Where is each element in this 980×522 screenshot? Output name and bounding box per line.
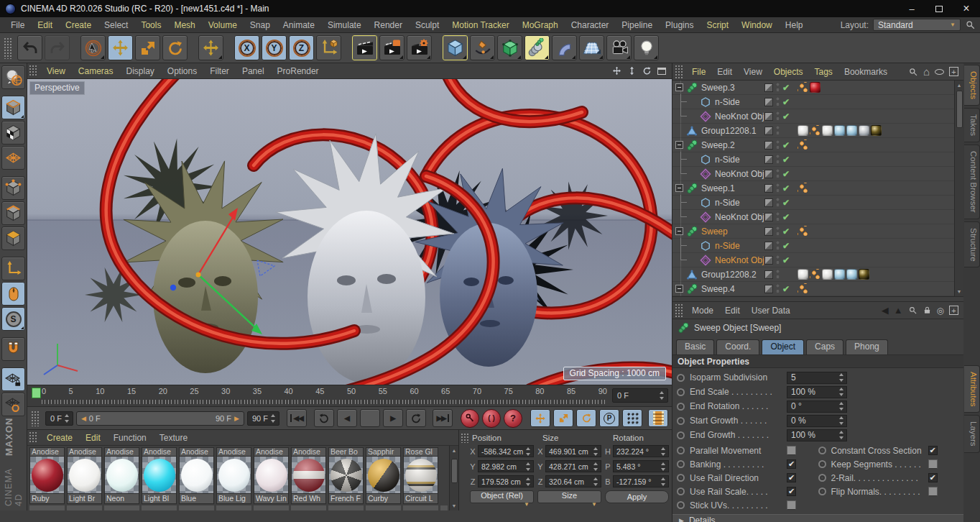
enabled-check-icon[interactable]: ✔: [782, 155, 791, 165]
material-item[interactable]: Anodise Ruby: [29, 447, 65, 504]
scale-tool-button[interactable]: [135, 35, 160, 60]
checkbox[interactable]: [928, 459, 938, 469]
stepper-arrows[interactable]: [660, 477, 667, 487]
menu-item[interactable]: File: [4, 20, 31, 30]
animation-dot[interactable]: [677, 417, 685, 425]
menu-item[interactable]: Script: [700, 20, 735, 30]
pan-view-icon[interactable]: [612, 66, 621, 75]
sweep-generator-button[interactable]: [524, 35, 550, 60]
animation-dot[interactable]: [818, 460, 826, 468]
menu-item[interactable]: Select: [98, 20, 134, 30]
animation-dot[interactable]: [818, 487, 826, 495]
layer-color-box[interactable]: [764, 112, 773, 121]
material-item[interactable]: Anodise Blue: [179, 447, 214, 504]
viewport-menu-item[interactable]: Filter: [203, 66, 236, 76]
undo-button[interactable]: [17, 35, 42, 60]
add-cube-button[interactable]: [443, 35, 468, 60]
material-tag-icon[interactable]: [871, 125, 882, 136]
light-button[interactable]: [634, 35, 659, 60]
material-name[interactable]: Blue: [179, 494, 214, 504]
coordinate-system-button[interactable]: [316, 35, 341, 60]
material-tag-icon[interactable]: [846, 269, 857, 280]
object-label[interactable]: n-Side: [715, 155, 740, 165]
menu-item[interactable]: Mesh: [167, 20, 201, 30]
checkbox[interactable]: [928, 487, 938, 496]
size-input[interactable]: 469.901 cm: [545, 445, 601, 457]
lock-x-axis-button[interactable]: X: [234, 35, 259, 60]
material-item[interactable]: Beer Bo French F: [328, 447, 364, 504]
expand-toggle[interactable]: [675, 184, 683, 192]
workplane-button[interactable]: [1, 393, 25, 416]
viewport-menu-item[interactable]: Display: [119, 66, 160, 76]
menu-item[interactable]: Snap: [244, 20, 277, 30]
object-tree-scrollbar[interactable]: ▲ ▼: [954, 81, 963, 296]
range-right-arrow-icon[interactable]: ▶: [234, 415, 239, 422]
enabled-check-icon[interactable]: ✔: [782, 183, 791, 193]
edges-mode-button[interactable]: [1, 201, 25, 225]
details-section-toggle[interactable]: ▶ Details: [672, 514, 963, 522]
attribute-tab[interactable]: Caps: [806, 339, 843, 354]
object-label[interactable]: NeoKnot Object: [715, 111, 764, 122]
scroll-down-icon[interactable]: ▼: [452, 502, 457, 510]
visibility-dots[interactable]: [775, 125, 780, 136]
animation-dot[interactable]: [818, 474, 826, 482]
render-view-button[interactable]: [352, 35, 377, 60]
enabled-check-icon[interactable]: ✔: [782, 212, 791, 222]
texture-mode-button[interactable]: [1, 121, 25, 145]
object-label[interactable]: Sweep.2: [701, 140, 735, 150]
history-back-icon[interactable]: ◀: [882, 305, 889, 316]
visibility-dots[interactable]: [775, 269, 780, 280]
attribute-tab[interactable]: Basic: [676, 339, 714, 354]
key-scale-toggle[interactable]: [553, 409, 573, 427]
material-name[interactable]: Curby: [366, 494, 401, 504]
side-tab[interactable]: Takes: [964, 108, 980, 142]
material-item[interactable]: Anodise Neon: [104, 447, 139, 504]
model-mode-button[interactable]: [1, 96, 25, 119]
frame-display-field[interactable]: 0 F: [612, 388, 668, 403]
play-button[interactable]: [360, 409, 380, 427]
phong-tag-icon[interactable]: [798, 82, 808, 93]
play-backwards-button[interactable]: [314, 409, 334, 427]
last-used-tool-button[interactable]: [198, 35, 223, 60]
material-tag-icon[interactable]: [798, 269, 808, 280]
menu-item[interactable]: Create: [59, 20, 98, 30]
make-editable-button[interactable]: [1, 65, 25, 89]
layer-color-box[interactable]: [764, 98, 773, 106]
frame-range-slider[interactable]: ◀ 0 F 90 F ▶: [76, 411, 244, 426]
stepper-arrows[interactable]: [838, 430, 845, 440]
object-row[interactable]: n-Side ✔: [672, 239, 954, 253]
menu-item[interactable]: Simulate: [321, 20, 368, 30]
panel-divider[interactable]: [672, 296, 963, 302]
menu-item[interactable]: Sculpt: [409, 20, 445, 30]
object-row[interactable]: n-Side ✔: [672, 95, 954, 109]
search-icon[interactable]: [965, 19, 976, 30]
stepper-arrows[interactable]: [593, 462, 599, 472]
material-name[interactable]: Wavy Lin: [254, 494, 289, 504]
menu-item[interactable]: Pipeline: [615, 20, 659, 30]
object-label[interactable]: Sweep.1: [701, 183, 735, 193]
lock-y-axis-button[interactable]: Y: [262, 35, 287, 60]
object-label[interactable]: NeoKnot Object: [715, 255, 764, 265]
polygons-mode-button[interactable]: [1, 226, 25, 250]
visibility-dots[interactable]: [775, 111, 780, 122]
animation-dot[interactable]: [677, 501, 685, 509]
layer-color-box[interactable]: [764, 242, 773, 250]
menu-item[interactable]: MoGraph: [516, 20, 565, 30]
material-thumbnail[interactable]: [291, 457, 326, 494]
side-tab[interactable]: Objects: [964, 65, 980, 106]
object-row[interactable]: NeoKnot Object ✔: [672, 253, 954, 267]
phong-tag-icon[interactable]: [810, 269, 820, 280]
expand-toggle[interactable]: [675, 227, 683, 235]
object-label[interactable]: n-Side: [715, 97, 740, 107]
material-tag-icon[interactable]: [859, 125, 869, 136]
dolly-view-icon[interactable]: [627, 66, 637, 75]
phong-tag-icon[interactable]: [798, 283, 808, 294]
layer-color-box[interactable]: [764, 285, 773, 293]
add-panel-icon[interactable]: +: [949, 67, 958, 76]
material-thumbnail[interactable]: [216, 457, 251, 494]
close-button[interactable]: ×: [953, 0, 980, 17]
side-tab[interactable]: Content Browser: [964, 145, 980, 219]
animation-dot[interactable]: [677, 474, 685, 482]
object-manager-grip[interactable]: [675, 65, 684, 78]
material-thumbnail[interactable]: [67, 457, 102, 494]
